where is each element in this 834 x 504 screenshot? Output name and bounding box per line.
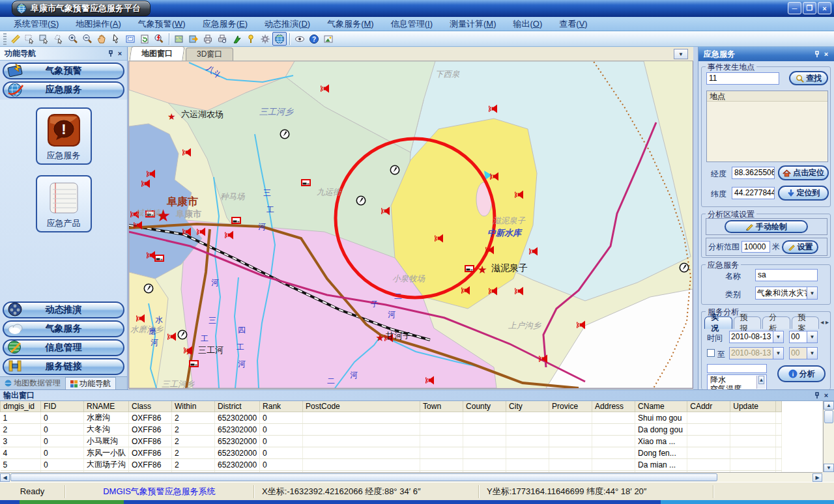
image-export-icon[interactable] [321, 32, 336, 46]
column-header[interactable]: PostCode [303, 401, 420, 412]
column-header[interactable]: Class [129, 401, 172, 412]
service-tab-分析[interactable]: 分析 [762, 316, 790, 329]
menu-item-A[interactable]: 地图操作(A) [67, 17, 129, 31]
scroll-up-icon[interactable]: ▲ [758, 376, 764, 384]
table-horizontal-scrollbar[interactable]: ◀ ▶ [0, 472, 822, 482]
close-icon[interactable]: × [822, 49, 831, 59]
map-canvas[interactable]: ★★★★★ 八斗下西泉六运湖农场三工河乡九运街种马场阜康市阜康市城关镇滋泥泉子中… [128, 61, 693, 389]
ring-marker[interactable] [680, 263, 688, 272]
menu-item-O[interactable]: 输出(O) [505, 17, 551, 31]
ring-marker[interactable] [390, 165, 399, 174]
pin-icon[interactable] [812, 391, 822, 400]
column-header[interactable]: Provice [549, 401, 592, 412]
tab-scroll-arrows[interactable]: ◂ ▸ [820, 318, 829, 326]
sidebar-item-气象服务[interactable]: 气象服务 [3, 320, 124, 337]
table-row[interactable]: 40东风一小队OXFF8626523020000Dong fen... [1, 447, 782, 459]
close-button[interactable]: × [818, 2, 831, 14]
refresh-icon[interactable] [137, 32, 152, 46]
pin-icon[interactable] [106, 49, 115, 58]
restore-button[interactable]: ❐ [803, 2, 816, 14]
eye-icon[interactable] [293, 32, 307, 46]
longitude-input[interactable]: 88.36255061 [732, 167, 775, 179]
to-checkbox[interactable] [707, 349, 715, 357]
element-filter-box[interactable] [707, 364, 767, 373]
sidebar-item-信息管理[interactable]: 信息管理 [3, 339, 124, 356]
column-header[interactable]: City [506, 401, 549, 412]
settings-gear-icon[interactable] [258, 32, 272, 46]
map-tab-dropdown[interactable]: ▼ [674, 49, 688, 59]
menu-item-I[interactable]: 信息管理(I) [382, 17, 441, 31]
location-list[interactable]: 地点 [706, 91, 828, 162]
date-dropdown[interactable]: 2010-08-13▼ [729, 331, 784, 343]
flag-marker[interactable] [190, 361, 198, 367]
toolbar-grip[interactable] [3, 33, 7, 45]
ring-marker[interactable] [356, 196, 365, 204]
column-header[interactable]: Rank [260, 401, 303, 412]
service-tab-预报[interactable]: 预报 [734, 316, 762, 329]
poly-select-icon[interactable] [51, 32, 66, 46]
table-row[interactable]: 50大面场子沟OXFF8626523020000Da mian ... [1, 459, 782, 471]
map-icon[interactable] [172, 32, 186, 46]
column-header[interactable]: District [215, 401, 260, 412]
column-header[interactable]: RNAME [84, 401, 129, 412]
full-extent-icon[interactable] [123, 32, 137, 46]
service-tab-预案[interactable]: 预案 [792, 316, 820, 329]
rect-select-icon[interactable] [37, 32, 51, 46]
globe-icon[interactable] [272, 32, 287, 46]
locate-pin-icon[interactable] [244, 32, 258, 46]
select-feature-icon[interactable] [229, 32, 244, 46]
zoom-out-icon[interactable] [80, 32, 94, 46]
column-header[interactable]: FID [41, 401, 84, 412]
table-row[interactable]: 20大冬沟OXFF8626523020000Da dong gou [1, 424, 782, 436]
panel-tab-地图数据管理[interactable]: 地图数据管理 [0, 377, 65, 389]
manual-draw-button[interactable]: 手动绘制 [725, 220, 808, 233]
column-header[interactable]: dmgis_id [1, 401, 41, 412]
set-range-button[interactable]: 设置 [782, 240, 818, 254]
help-icon[interactable]: ? [307, 32, 321, 46]
sidebar-item-服务链接[interactable]: 服务链接 [3, 358, 124, 375]
table-row[interactable]: 30小马厩沟OXFF8626523020000Xiao ma ... [1, 436, 782, 447]
flag-marker[interactable] [465, 266, 474, 272]
tab-map-window[interactable]: 地图窗口 [129, 46, 184, 61]
content-button-应急产品[interactable]: 应急产品 [36, 175, 92, 232]
measure-icon[interactable] [8, 32, 23, 46]
sidebar-item-气象预警[interactable]: 气象预警 [3, 63, 124, 79]
tab-3d-window[interactable]: 3D窗口 [186, 48, 233, 61]
service-tab-实况[interactable]: 实况 [704, 316, 732, 329]
table-vertical-scrollbar[interactable]: ▲ ▼ [823, 401, 834, 472]
column-header[interactable]: Address [592, 401, 635, 412]
close-icon[interactable]: × [115, 49, 124, 58]
find-button[interactable]: 查找 [789, 71, 828, 85]
zoom-in-icon[interactable] [66, 32, 80, 46]
ring-marker[interactable] [144, 284, 152, 292]
type-dropdown[interactable]: 气象和洪水灾害▼ [755, 287, 818, 300]
close-icon[interactable]: × [822, 391, 831, 400]
panel-tab-功能导航[interactable]: 功能导航 [65, 377, 116, 389]
location-search-input[interactable]: 11 [706, 72, 779, 85]
flag-marker[interactable] [155, 255, 164, 261]
ring-marker[interactable] [178, 330, 186, 339]
content-button-应急服务[interactable]: !应急服务 [36, 107, 92, 165]
column-header[interactable]: CName [635, 401, 687, 412]
star-marker[interactable]: ★ [376, 332, 384, 343]
export-map-icon[interactable] [186, 32, 201, 46]
sidebar-item-动态推演[interactable]: 动态推演 [3, 301, 124, 318]
table-row[interactable]: 10水磨沟OXFF8626523020000Shui mo gou [1, 412, 782, 424]
menu-item-S[interactable]: 系统管理(S) [5, 17, 67, 31]
menu-item-M[interactable]: 气象服务(M) [319, 17, 382, 31]
menu-item-W[interactable]: 气象预警(W) [130, 17, 194, 31]
column-header[interactable]: Town [420, 401, 463, 412]
attribute-table[interactable]: dmgis_idFIDRNAMEClassWithinDistrictRankP… [0, 401, 822, 472]
marquee-select-icon[interactable] [23, 32, 37, 46]
column-header[interactable]: County [463, 401, 506, 412]
menu-item-V[interactable]: 查看(V) [551, 17, 596, 31]
analyze-button[interactable]: i 分析 [777, 365, 826, 382]
range-input[interactable]: 10000 [741, 241, 770, 253]
print-preview-icon[interactable] [215, 32, 229, 46]
name-input[interactable]: sa [755, 269, 818, 281]
column-header[interactable]: CAddr [687, 401, 730, 412]
menu-item-E[interactable]: 应急服务(E) [194, 17, 256, 31]
flag-marker[interactable] [232, 217, 240, 223]
minimize-button[interactable]: ─ [788, 2, 801, 14]
pin-icon[interactable] [812, 49, 822, 59]
